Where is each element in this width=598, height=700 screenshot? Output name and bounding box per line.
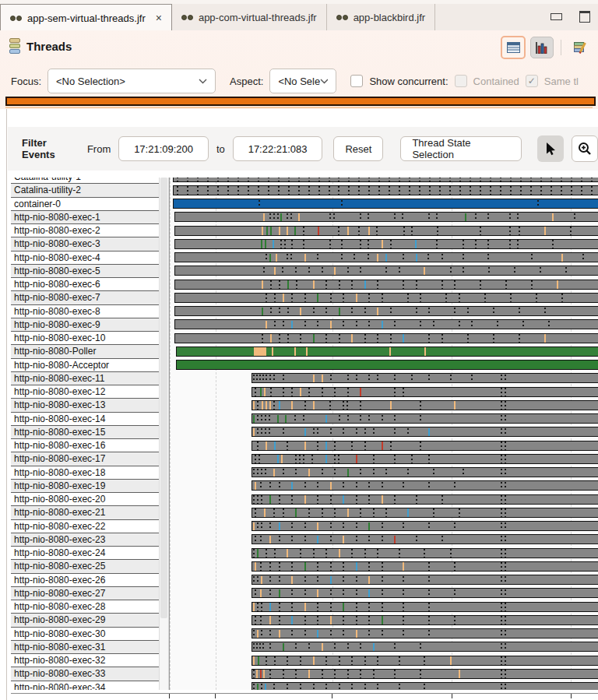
thread-row-label[interactable]: http-nio-8080-exec-7: [11, 291, 159, 304]
scrollbar-thumb[interactable]: [160, 178, 167, 618]
thread-timeline-bar[interactable]: [252, 508, 598, 518]
table-view-toggle[interactable]: [501, 36, 526, 59]
thread-timeline-bar[interactable]: [252, 427, 598, 437]
thread-row-label[interactable]: http-nio-8080-exec-33: [11, 667, 159, 681]
thread-timeline-bar[interactable]: [174, 333, 598, 343]
thread-row-label[interactable]: http-nio-8080-exec-23: [11, 533, 159, 547]
thread-row-label[interactable]: http-nio-8080-exec-20: [11, 493, 159, 506]
event-mark: [313, 334, 315, 343]
thread-row-label[interactable]: http-nio-8080-Acceptor: [11, 359, 159, 372]
thread-row-label[interactable]: http-nio-8080-exec-21: [11, 506, 159, 519]
event-mark: [505, 280, 507, 289]
thread-timeline-bar[interactable]: [252, 575, 598, 585]
thread-timeline-bar[interactable]: [252, 441, 598, 451]
thread-timeline-bar[interactable]: [252, 400, 598, 410]
event-mark: [436, 240, 438, 248]
thread-timeline-bar[interactable]: [174, 319, 598, 329]
tab-app-com-virtual-threads[interactable]: app-com-virtual-threads.jfr: [172, 4, 327, 30]
restore-icon[interactable]: [579, 11, 590, 23]
thread-row-label[interactable]: http-nio-8080-exec-2: [11, 224, 159, 237]
thread-state-selection-button[interactable]: Thread State Selection: [400, 136, 521, 161]
thread-timeline-bar[interactable]: [252, 521, 598, 531]
show-concurrent-checkbox[interactable]: [350, 75, 363, 87]
thread-timeline-bar[interactable]: [252, 602, 598, 612]
thread-timeline-bar[interactable]: [252, 588, 598, 598]
thread-timeline-bar[interactable]: [174, 280, 598, 290]
thread-row-label[interactable]: http-nio-8080-exec-24: [11, 547, 159, 560]
thread-row-label[interactable]: http-nio-8080-exec-17: [11, 452, 159, 466]
thread-row-label[interactable]: container-0: [11, 198, 159, 211]
thread-row-label[interactable]: http-nio-8080-exec-31: [11, 641, 159, 654]
thread-row-label[interactable]: http-nio-8080-exec-19: [11, 480, 159, 493]
thread-row-label[interactable]: http-nio-8080-exec-8: [11, 305, 159, 318]
aspect-select[interactable]: <No Sele: [269, 69, 336, 93]
thread-row-label[interactable]: http-nio-8080-exec-25: [11, 560, 159, 573]
thread-timeline-bar[interactable]: [174, 226, 598, 236]
thread-row-label[interactable]: http-nio-8080-Poller: [11, 345, 159, 358]
zoom-in-button[interactable]: [572, 135, 598, 162]
thread-row-label[interactable]: http-nio-8080-exec-15: [11, 426, 159, 439]
thread-timeline-bar[interactable]: [174, 293, 598, 303]
thread-row-label[interactable]: http-nio-8080-exec-16: [11, 439, 159, 452]
thread-row-label[interactable]: http-nio-8080-exec-10: [11, 332, 159, 345]
thread-row-label[interactable]: http-nio-8080-exec-11: [11, 372, 159, 385]
chart-view-toggle[interactable]: [530, 37, 554, 58]
event-mark: [399, 684, 400, 691]
filter-from-input[interactable]: 17:21:09:200: [118, 136, 209, 161]
event-mark: [330, 630, 332, 638]
thread-timeline-bar[interactable]: [252, 467, 598, 477]
thread-lane: [170, 506, 598, 519]
edit-thread-state-button[interactable]: [568, 37, 592, 58]
thread-row-label[interactable]: http-nio-8080-exec-13: [11, 399, 159, 412]
thread-row-label[interactable]: Catalina-utility-2: [11, 184, 159, 197]
thread-timeline-bar[interactable]: [174, 212, 598, 222]
thread-timeline-bar[interactable]: [252, 561, 598, 572]
thread-row-label[interactable]: http-nio-8080-exec-27: [11, 587, 159, 600]
thread-timeline-bar[interactable]: [174, 239, 598, 249]
tab-app-sem-virtual-threads[interactable]: app-sem-virtual-threads.jfr ×: [0, 4, 172, 31]
thread-timeline-bar[interactable]: [252, 628, 598, 638]
thread-row-label[interactable]: http-nio-8080-exec-32: [11, 654, 159, 667]
thread-row-label[interactable]: http-nio-8080-exec-18: [11, 466, 159, 480]
thread-row-label[interactable]: http-nio-8080-exec-34: [11, 681, 159, 691]
thread-timeline-bar[interactable]: [176, 346, 598, 357]
event-mark: [279, 280, 280, 289]
thread-timeline-bar[interactable]: [174, 306, 598, 316]
timeline-range-slider[interactable]: [5, 97, 596, 106]
thread-row-label[interactable]: http-nio-8080-exec-6: [11, 278, 159, 291]
thread-timeline-bar[interactable]: [252, 534, 598, 544]
reset-button[interactable]: Reset: [333, 136, 383, 161]
thread-row-label[interactable]: http-nio-8080-exec-22: [11, 520, 159, 533]
event-mark: [411, 455, 413, 463]
thread-timeline-bar[interactable]: [252, 669, 598, 679]
event-mark: [364, 308, 366, 316]
focus-select[interactable]: <No Selection>: [47, 69, 216, 93]
thread-row-label[interactable]: http-nio-8080-exec-30: [11, 628, 159, 641]
thread-lanes-chart[interactable]: [169, 178, 598, 690]
thread-row-label[interactable]: http-nio-8080-exec-5: [11, 265, 159, 278]
thread-row-label[interactable]: http-nio-8080-exec-29: [11, 614, 159, 627]
thread-row-label[interactable]: Catalina-utility-1: [11, 178, 159, 184]
thread-row-label[interactable]: http-nio-8080-exec-28: [11, 600, 159, 614]
tab-app-blackbird[interactable]: app-blackbird.jfr: [327, 4, 436, 30]
vertical-scrollbar[interactable]: [159, 178, 169, 690]
thread-timeline-bar[interactable]: [252, 494, 598, 505]
thread-timeline-bar[interactable]: [252, 615, 598, 625]
thread-timeline-bar[interactable]: [173, 199, 598, 209]
thread-row-label[interactable]: http-nio-8080-exec-12: [11, 385, 159, 399]
close-icon[interactable]: ×: [156, 12, 162, 23]
thread-timeline-bar[interactable]: [176, 360, 598, 370]
thread-row-label[interactable]: http-nio-8080-exec-3: [11, 237, 159, 251]
thread-row-label[interactable]: http-nio-8080-exec-26: [11, 574, 159, 587]
thread-row-label[interactable]: http-nio-8080-exec-14: [11, 413, 159, 426]
thread-timeline-bar[interactable]: [252, 480, 598, 491]
selection-cursor-button[interactable]: [537, 135, 564, 162]
thread-row-label[interactable]: http-nio-8080-exec-4: [11, 252, 159, 265]
thread-row-label[interactable]: http-nio-8080-exec-9: [11, 318, 159, 332]
thread-timeline-bar[interactable]: [252, 373, 598, 383]
filter-to-input[interactable]: 17:22:21:083: [233, 136, 323, 161]
thread-timeline-bar[interactable]: [252, 387, 598, 397]
minimize-icon[interactable]: [551, 13, 562, 20]
thread-timeline-bar[interactable]: [252, 642, 598, 652]
thread-row-label[interactable]: http-nio-8080-exec-1: [11, 211, 159, 224]
